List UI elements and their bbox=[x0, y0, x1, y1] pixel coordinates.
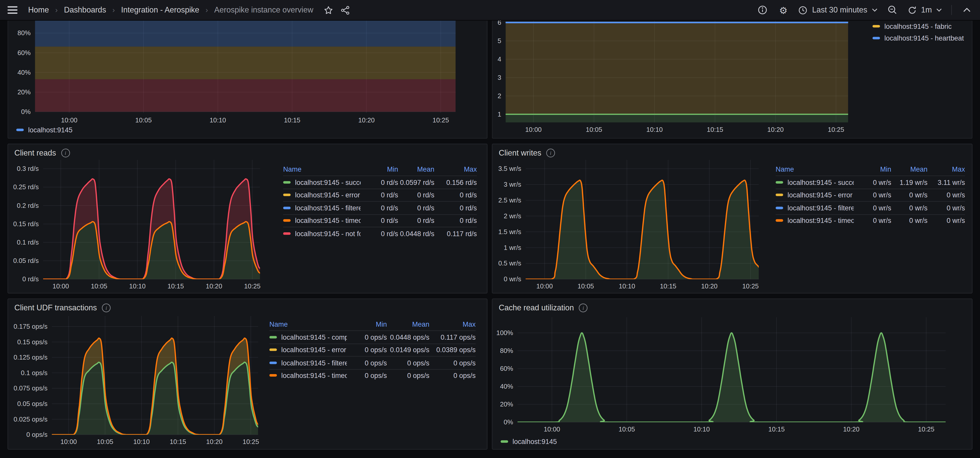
x-tick-label: 10:25 bbox=[828, 126, 844, 133]
series-stat: 0 wr/s bbox=[891, 204, 928, 211]
table-row[interactable]: localhost:9145 - success0 wr/s1.19 wr/s3… bbox=[776, 176, 965, 188]
info-icon[interactable]: i bbox=[579, 303, 587, 312]
column-header-min[interactable]: Min bbox=[854, 165, 891, 173]
x-tick-label: 10:20 bbox=[358, 117, 375, 124]
series-stat: 0 wr/s bbox=[928, 217, 965, 224]
column-header-name[interactable]: Name bbox=[776, 165, 854, 173]
series-stat: 0 ops/s bbox=[387, 359, 430, 366]
y-tick-label: 0.025 ops/s bbox=[14, 416, 48, 423]
x-tick-label: 10:15 bbox=[768, 426, 784, 433]
series-color-dash bbox=[283, 194, 290, 197]
star-icon[interactable] bbox=[323, 4, 334, 16]
cache-read-chart[interactable]: 0%20%40%60%80%100%10:0010:0510:1010:1510… bbox=[493, 299, 972, 449]
table-row[interactable]: localhost:9145 - timeout0 wr/s0 wr/s0 wr… bbox=[776, 214, 965, 227]
breadcrumb-folder[interactable]: Integration - Aerospike bbox=[121, 6, 199, 14]
series-area-base bbox=[506, 114, 848, 133]
series-stat: 1.19 wr/s bbox=[891, 179, 928, 186]
share-icon[interactable] bbox=[339, 4, 351, 16]
column-header-min[interactable]: Min bbox=[361, 165, 398, 173]
y-tick-label: 0.1 ops/s bbox=[21, 369, 48, 376]
x-tick-label: 10:20 bbox=[206, 438, 223, 445]
x-tick-label: 10:05 bbox=[97, 438, 113, 445]
table-row[interactable]: localhost:9145 - error0 wr/s0 wr/s0 wr/s bbox=[776, 188, 965, 201]
column-header-name[interactable]: Name bbox=[283, 165, 361, 173]
panel-legend: localhost:9145 - fabriclocalhost:9145 - … bbox=[873, 22, 964, 42]
table-row[interactable]: localhost:9145 - filtered0 ops/s0 ops/s0… bbox=[269, 356, 476, 369]
breadcrumb-dashboards[interactable]: Dashboards bbox=[64, 6, 106, 14]
gear-icon[interactable]: ⚙ bbox=[778, 4, 789, 16]
column-header-mean[interactable]: Mean bbox=[387, 320, 430, 328]
legend-item[interactable]: localhost:9145 bbox=[501, 437, 557, 446]
info-icon[interactable]: i bbox=[546, 149, 555, 157]
series-stat: 0.0597 rd/s bbox=[398, 179, 434, 186]
table-row[interactable]: localhost:9145 - success0 rd/s0.0597 rd/… bbox=[283, 176, 477, 188]
series-stat: 0 rd/s bbox=[398, 217, 434, 224]
series-stat: 0 ops/s bbox=[347, 372, 387, 379]
y-tick-label: 2.5 wr/s bbox=[498, 197, 521, 204]
y-tick-label: 6 bbox=[498, 21, 501, 26]
table-row[interactable]: localhost:9145 - not found0 rd/s0.0448 r… bbox=[283, 227, 477, 239]
panel-title-text: Cache read utilization bbox=[499, 303, 574, 312]
x-tick-label: 10:05 bbox=[586, 126, 602, 133]
chevron-up-icon[interactable] bbox=[961, 4, 973, 16]
info-icon[interactable]: i bbox=[61, 149, 70, 157]
y-tick-label: 40% bbox=[18, 69, 30, 76]
table-row[interactable]: localhost:9145 - timeout0 ops/s0 ops/s0 … bbox=[269, 369, 476, 382]
table-row[interactable]: localhost:9145 - error0 rd/s0 rd/s0 rd/s bbox=[283, 188, 477, 201]
table-row[interactable]: localhost:9145 - timeout0 rd/s0 rd/s0 rd… bbox=[283, 214, 477, 227]
zoom-out-icon[interactable] bbox=[886, 4, 898, 16]
panel-title[interactable]: Cache read utilization i bbox=[499, 303, 587, 312]
y-tick-label: 80% bbox=[18, 29, 30, 36]
y-tick-label: 0.15 ops/s bbox=[18, 338, 48, 345]
panel-cache-read: Cache read utilization i 0%20%40%60%80%1… bbox=[492, 299, 972, 450]
legend-item[interactable]: localhost:9145 - fabric bbox=[873, 22, 964, 31]
menu-icon[interactable] bbox=[7, 6, 18, 14]
y-tick-label: 0% bbox=[504, 418, 513, 426]
column-header-max[interactable]: Max bbox=[928, 165, 965, 173]
x-tick-label: 10:25 bbox=[433, 117, 449, 124]
navbar-actions: ⚙ Last 30 minutes 1m bbox=[757, 4, 973, 16]
series-stat: 0 rd/s bbox=[361, 179, 398, 186]
refresh-picker[interactable]: 1m bbox=[907, 5, 942, 15]
legend-item[interactable]: localhost:9145 bbox=[16, 125, 73, 134]
x-tick-label: 10:20 bbox=[843, 426, 859, 433]
table-row[interactable]: localhost:9145 - filtered0 wr/s0 wr/s0 w… bbox=[776, 201, 965, 214]
series-name: localhost:9145 - success bbox=[788, 179, 854, 186]
series-name: localhost:9145 - error bbox=[295, 191, 360, 199]
series-color-dash bbox=[283, 232, 290, 235]
panel-title[interactable]: Client reads i bbox=[14, 149, 70, 157]
column-header-max[interactable]: Max bbox=[434, 165, 477, 173]
time-range-label: Last 30 minutes bbox=[812, 6, 867, 14]
info-icon[interactable] bbox=[757, 4, 768, 16]
panel-title[interactable]: Client UDF transactions i bbox=[14, 303, 110, 312]
panel-title-text: Client writes bbox=[499, 149, 541, 157]
column-header-max[interactable]: Max bbox=[429, 320, 476, 328]
table-row[interactable]: localhost:9145 - complete0 ops/s0.0448 o… bbox=[269, 331, 476, 343]
chevron-down-icon bbox=[936, 8, 942, 12]
legend-item[interactable]: localhost:9145 - heartbeat bbox=[873, 33, 964, 42]
y-tick-label: 20% bbox=[500, 401, 513, 408]
legend-table-header: NameMinMeanMax bbox=[776, 163, 965, 176]
column-header-mean[interactable]: Mean bbox=[398, 165, 434, 173]
series-stat: 0.117 rd/s bbox=[434, 230, 477, 237]
x-tick-label: 10:00 bbox=[544, 426, 560, 433]
series-stat: 0 rd/s bbox=[398, 191, 434, 199]
column-header-min[interactable]: Min bbox=[347, 320, 387, 328]
breadcrumb-home[interactable]: Home bbox=[28, 6, 49, 14]
column-header-name[interactable]: Name bbox=[269, 320, 347, 328]
column-header-mean[interactable]: Mean bbox=[891, 165, 928, 173]
series-stat: 0 ops/s bbox=[347, 359, 387, 366]
series-stat: 0.0448 ops/s bbox=[387, 333, 430, 341]
table-row[interactable]: localhost:9145 - filtered0 rd/s0 rd/s0 r… bbox=[283, 201, 477, 214]
series-name: localhost:9145 - timeout bbox=[788, 217, 854, 224]
overview-chart[interactable]: 0%20%40%60%80%10:0010:0510:1010:1510:201… bbox=[8, 21, 487, 138]
series-color-dash bbox=[269, 361, 277, 364]
info-icon[interactable]: i bbox=[102, 303, 110, 312]
y-tick-label: 0.075 ops/s bbox=[14, 385, 48, 392]
y-tick-label: 1 bbox=[498, 111, 501, 118]
x-tick-label: 10:15 bbox=[167, 282, 184, 290]
time-range-picker[interactable]: Last 30 minutes bbox=[798, 5, 877, 15]
table-row[interactable]: localhost:9145 - error0 ops/s0.0149 ops/… bbox=[269, 343, 476, 356]
panel-title[interactable]: Client writes i bbox=[499, 149, 555, 157]
y-tick-label: 0.125 ops/s bbox=[14, 354, 48, 361]
